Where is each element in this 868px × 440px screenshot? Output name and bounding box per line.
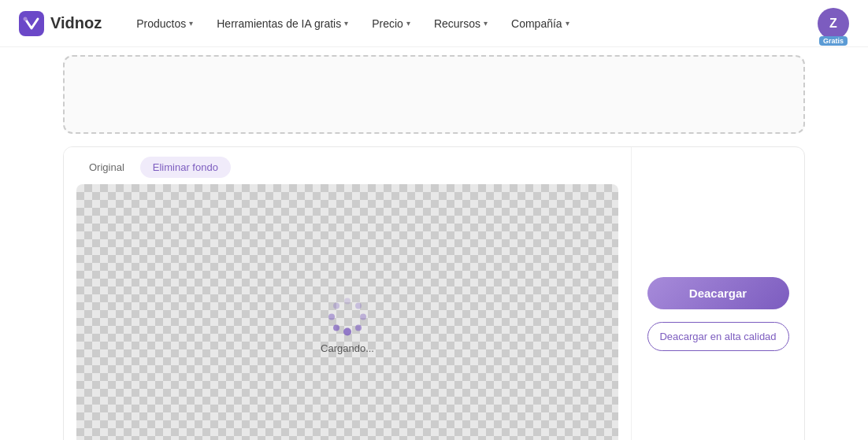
spinner-dot-1 [344,298,351,305]
chevron-down-icon: ▾ [344,19,348,28]
spinner-dot-6 [333,325,339,331]
nav-item-productos[interactable]: Productos ▾ [127,13,202,35]
download-hq-button[interactable]: Deacargar en alta calidad [647,322,789,351]
nav-label-productos: Productos [136,17,186,30]
avatar-letter: Z [829,17,837,31]
nav-item-compania[interactable]: Compañía ▾ [502,13,579,35]
nav-label-recursos: Recursos [434,17,480,30]
chevron-down-icon: ▾ [406,19,410,28]
tab-remove-bg[interactable]: Eliminar fondo [140,157,231,178]
spinner-dot-5 [343,328,351,336]
canvas-area: Cargando... [76,184,618,440]
download-button[interactable]: Deacargar [647,277,789,309]
loading-text: Cargando... [321,342,374,354]
nav-right: Z Gratis [818,8,849,39]
chevron-down-icon: ▾ [189,19,193,28]
right-panel: Deacargar Deacargar en alta calidad [631,147,804,440]
main-content: Original Eliminar fondo [0,47,868,440]
upload-area[interactable] [63,55,805,134]
navbar: Vidnoz Productos ▾ Herramientas de IA gr… [0,0,868,47]
logo-icon [19,11,44,36]
logo-area[interactable]: Vidnoz [19,11,102,36]
tab-original[interactable]: Original [76,157,137,178]
chevron-down-icon: ▾ [566,19,569,28]
loading-overlay: Cargando... [321,298,374,354]
chevron-down-icon: ▾ [484,19,488,28]
nav-label-herramientas: Herramientas de IA gratis [217,17,341,30]
avatar-button[interactable]: Z Gratis [818,8,849,39]
loading-spinner [328,298,366,336]
tabs-bar: Original Eliminar fondo [64,147,631,178]
gratis-badge: Gratis [819,36,848,46]
spinner-dot-4 [355,325,362,331]
spinner-dot-8 [333,303,339,309]
nav-label-compania: Compañía [511,17,562,30]
nav-item-recursos[interactable]: Recursos ▾ [425,13,497,35]
image-panel: Original Eliminar fondo [64,147,631,440]
svg-point-1 [24,17,28,20]
editor-area: Original Eliminar fondo [63,146,805,440]
svg-rect-0 [19,11,44,36]
nav-label-precio: Precio [372,17,403,30]
nav-item-herramientas[interactable]: Herramientas de IA gratis ▾ [207,13,358,35]
spinner-dot-7 [328,314,335,320]
nav-item-precio[interactable]: Precio ▾ [362,13,420,35]
spinner-dot-2 [355,303,362,309]
nav-items: Productos ▾ Herramientas de IA gratis ▾ … [127,13,818,35]
logo-text: Vidnoz [50,14,102,32]
spinner-dot-3 [360,314,366,320]
